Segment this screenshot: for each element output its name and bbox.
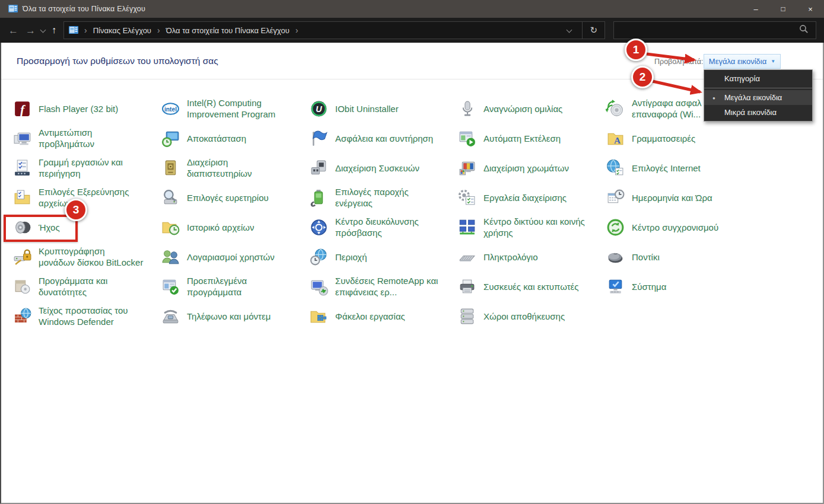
address-dropdown-icon[interactable] <box>567 28 581 33</box>
item-label: Διαχείριση Συσκευών <box>335 162 419 174</box>
item-label: Κρυπτογράφηση μονάδων δίσκου BitLocker <box>39 245 143 268</box>
control-panel-item-device-manager[interactable]: Διαχείριση Συσκευών <box>308 153 457 183</box>
view-by-menu: Κατηγορία ● Μεγάλα εικονίδια Μικρά εικον… <box>704 69 813 122</box>
control-panel-item-system[interactable]: Σύστημα <box>605 272 753 301</box>
control-panel-item-remoteapp[interactable]: Συνδέσεις RemoteApp και επιφάνειας ερ... <box>308 272 457 301</box>
internet-options-icon <box>605 158 625 178</box>
control-panel-item-network-sharing-center[interactable]: Κέντρο δικτύου και κοινής χρήσης <box>457 212 605 242</box>
item-label: Διαχείριση χρωμάτων <box>483 162 569 174</box>
control-panel-item-devices-printers[interactable]: Συσκευές και εκτυπωτές <box>457 272 605 301</box>
view-by-value: Μεγάλα εικονίδια <box>709 57 766 66</box>
remoteapp-icon <box>308 276 329 296</box>
breadcrumb-separator-icon: › <box>151 25 166 35</box>
menu-item-category[interactable]: Κατηγορία <box>704 71 812 86</box>
control-panel-item-power-options[interactable]: Επιλογές παροχής ενέργειας <box>308 183 457 212</box>
control-panel-item-flash-player[interactable]: fFlash Player (32 bit) <box>12 94 160 123</box>
control-panel-item-work-folders[interactable]: Φάκελοι εργασίας <box>308 301 457 331</box>
close-button[interactable]: × <box>797 0 824 18</box>
control-panel-item-color-management[interactable]: Διαχείριση χρωμάτων <box>457 153 605 183</box>
item-label: Κέντρο δικτύου και κοινής χρήσης <box>483 216 585 238</box>
control-panel-item-user-accounts[interactable]: Λογαριασμοί χρηστών <box>160 242 308 272</box>
item-label: Ιστορικό αρχείων <box>187 222 254 233</box>
up-button[interactable]: ↑ <box>48 23 60 37</box>
item-label: Κέντρο συγχρονισμού <box>632 222 718 233</box>
back-button[interactable]: ← <box>5 23 22 38</box>
control-panel-item-iobit-uninstaller[interactable]: UIObit Uninstaller <box>308 94 457 123</box>
ease-of-access-icon <box>308 217 329 237</box>
control-panel-item-default-programs[interactable]: Προεπιλεγμένα προγράμματα <box>160 272 308 301</box>
history-chevron-icon[interactable] <box>40 28 46 33</box>
breadcrumb-separator-icon: › <box>78 25 93 35</box>
backup-restore-icon <box>605 98 625 119</box>
items-column: UIObit UninstallerΑσφάλεια και συντήρηση… <box>308 94 457 331</box>
breadcrumb-all-items[interactable]: Όλα τα στοιχεία του Πίνακα Ελέγχου <box>166 26 289 35</box>
control-panel-item-region[interactable]: Περιοχή <box>308 242 457 272</box>
control-panel-item-indexing-options[interactable]: Επιλογές ευρετηρίου <box>160 183 308 212</box>
control-panel-item-internet-options[interactable]: Επιλογές Internet <box>605 153 753 183</box>
item-label: Τείχος προστασίας του Windows Defender <box>39 305 128 327</box>
refresh-button[interactable]: ↻ <box>583 22 605 39</box>
control-panel-item-keyboard[interactable]: Πληκτρολόγιο <box>457 242 605 272</box>
taskbar-navigation-icon <box>12 158 32 178</box>
view-by-dropdown[interactable]: Μεγάλα εικονίδια ▼ <box>704 54 781 69</box>
control-panel-item-date-time[interactable]: Ημερομηνία και Ώρα <box>605 183 753 212</box>
minimize-button[interactable]: – <box>742 0 769 18</box>
menu-item-large-icons[interactable]: ● Μεγάλα εικονίδια <box>704 90 812 105</box>
maximize-button[interactable]: □ <box>769 0 797 18</box>
items-column: Αναγνώριση ομιλίαςΑυτόματη ΕκτέλεσηΔιαχε… <box>457 94 605 331</box>
annotation-badge-3: 3 <box>65 199 87 221</box>
item-label: Διαχείριση διαπιστευτηρίων <box>187 157 252 179</box>
control-panel-item-phone-modem[interactable]: Τηλέφωνο και μόντεμ <box>160 301 308 331</box>
navigation-toolbar: ← → ↑ › Πίνακας Ελέγχου › Όλα τα στοιχεί… <box>0 18 824 43</box>
control-panel-item-defender-firewall[interactable]: Τείχος προστασίας του Windows Defender <box>12 301 160 331</box>
item-label: Αντίγραφα ασφαλ επαναφορά (Wi... <box>632 97 702 120</box>
item-label: Συνδέσεις RemoteApp και επιφάνειας ερ... <box>335 275 438 298</box>
breadcrumb-control-panel[interactable]: Πίνακας Ελέγχου <box>93 26 151 35</box>
control-panel-item-ease-of-access[interactable]: Κέντρο διευκόλυνσης πρόσβασης <box>308 212 457 242</box>
control-panel-item-mouse[interactable]: Ποντίκι <box>605 242 753 272</box>
control-panel-item-storage-spaces[interactable]: Χώροι αποθήκευσης <box>457 301 605 331</box>
control-panel-item-taskbar-navigation[interactable]: Γραμμή εργασιών και περιήγηση <box>12 153 160 183</box>
item-label: Ασφάλεια και συντήρηση <box>335 133 433 144</box>
speech-recognition-icon <box>457 98 477 119</box>
svg-text:A: A <box>614 135 621 145</box>
control-panel-item-administrative-tools[interactable]: Εργαλεία διαχείρισης <box>457 183 605 212</box>
control-panel-item-programs-features[interactable]: Προγράμματα και δυνατότητες <box>12 272 160 301</box>
svg-text:U: U <box>316 104 322 114</box>
svg-text:intel: intel <box>164 106 176 112</box>
control-panel-item-file-history[interactable]: Ιστορικό αρχείων <box>160 212 308 242</box>
menu-item-small-icons[interactable]: Μικρά εικονίδια <box>704 105 812 120</box>
iobit-uninstaller-icon: U <box>308 98 329 119</box>
item-label: Ημερομηνία και Ώρα <box>632 192 712 203</box>
control-panel-item-recovery[interactable]: Αποκατάσταση <box>160 123 308 153</box>
control-panel-item-troubleshooting[interactable]: Αντιμετώπιση προβλημάτων <box>12 123 160 153</box>
control-panel-item-autoplay[interactable]: Αυτόματη Εκτέλεση <box>457 123 605 153</box>
autoplay-icon <box>457 128 477 148</box>
annotation-highlight-box <box>4 215 78 242</box>
control-panel-item-fonts[interactable]: AΓραμματοσειρές <box>605 123 753 153</box>
administrative-tools-icon <box>457 187 477 208</box>
item-label: Ποντίκι <box>632 251 660 263</box>
search-input[interactable] <box>614 26 799 35</box>
item-label: Λογαριασμοί χρηστών <box>187 251 275 263</box>
item-label: Αυτόματη Εκτέλεση <box>483 133 561 144</box>
control-panel-item-intel-program[interactable]: intelIntel(R) Computing Improvement Prog… <box>160 94 308 123</box>
address-bar[interactable]: › Πίνακας Ελέγχου › Όλα τα στοιχεία του … <box>63 21 605 39</box>
item-label: Κέντρο διευκόλυνσης πρόσβασης <box>335 216 419 238</box>
annotation-badge-1: 1 <box>625 39 647 61</box>
mouse-icon <box>605 247 625 267</box>
control-panel-item-sync-center[interactable]: Κέντρο συγχρονισμού <box>605 212 753 242</box>
user-accounts-icon <box>160 247 180 267</box>
item-label: Επιλογές παροχής ενέργειας <box>335 186 409 209</box>
item-label: Εργαλεία διαχείρισης <box>483 192 567 203</box>
forward-button[interactable]: → <box>22 23 39 38</box>
control-panel-item-security-maintenance[interactable]: Ασφάλεια και συντήρηση <box>308 123 457 153</box>
page-title: Προσαρμογή των ρυθμίσεων του υπολογιστή … <box>17 56 218 66</box>
item-label: Γραμματοσειρές <box>632 133 695 144</box>
control-panel-item-credential-manager[interactable]: Διαχείριση διαπιστευτηρίων <box>160 153 308 183</box>
menu-item-label: Μικρά εικονίδια <box>724 108 777 117</box>
items-column: Αντίγραφα ασφαλ επαναφορά (Wi...AΓραμματ… <box>605 94 753 331</box>
control-panel-item-speech-recognition[interactable]: Αναγνώριση ομιλίας <box>457 94 605 123</box>
control-panel-item-bitlocker[interactable]: Κρυπτογράφηση μονάδων δίσκου BitLocker <box>12 242 160 272</box>
item-label: Intel(R) Computing Improvement Program <box>187 97 275 120</box>
